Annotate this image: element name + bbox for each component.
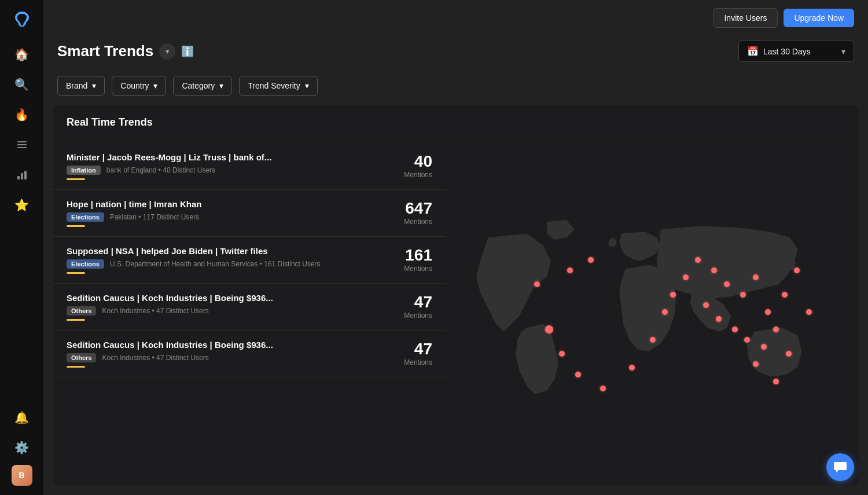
map-dot: [600, 386, 606, 391]
trend-title: Supposed | NSA | helped Joe Biden | Twit…: [67, 246, 377, 256]
upgrade-now-button[interactable]: Upgrade Now: [784, 9, 854, 27]
main-content: Invite Users Upgrade Now Smart Trends ▾ …: [43, 0, 868, 495]
map-dot: [782, 292, 788, 298]
map-dot: [588, 257, 594, 263]
title-dropdown-button[interactable]: ▾: [159, 43, 175, 60]
sidebar-item-favorites[interactable]: ⭐: [9, 192, 35, 218]
map-dot: [740, 292, 746, 298]
svg-rect-5: [21, 173, 23, 179]
trend-tag: Others: [67, 353, 96, 362]
mention-label: Mentions: [386, 218, 432, 226]
sidebar: 🏠 🔍 🔥 ⭐ 🔔 ⚙️ B: [0, 0, 43, 495]
trend-tag: Elections: [67, 212, 104, 222]
chat-button[interactable]: [826, 453, 854, 481]
trend-tag: Others: [67, 306, 96, 316]
map-dot: [773, 379, 779, 384]
content-panel: Real Time Trends Minister | Jacob Rees-M…: [53, 105, 859, 486]
sidebar-item-search[interactable]: 🔍: [9, 72, 35, 97]
trend-meta: Others Koch Industries • 47 Distinct Use…: [67, 353, 377, 362]
mention-count: 40: [386, 152, 432, 171]
trend-title: Minister | Jacob Rees-Mogg | Liz Truss |…: [67, 152, 377, 162]
category-filter-label: Category: [182, 81, 215, 90]
avatar[interactable]: B: [12, 465, 32, 486]
trend-sub: Koch Industries • 47 Distinct Users: [102, 354, 208, 362]
brand-filter-label: Brand: [66, 81, 87, 90]
sidebar-item-chart[interactable]: [9, 162, 35, 188]
svg-rect-6: [24, 171, 27, 179]
page-header: Smart Trends ▾ ℹ️ 📅 Last 30 Days ▾: [43, 36, 868, 71]
trend-severity-dropdown-icon: ▾: [305, 81, 309, 90]
trends-map-container: Minister | Jacob Rees-Mogg | Liz Truss |…: [53, 138, 859, 486]
svg-rect-4: [17, 176, 20, 179]
trend-severity-bar: [67, 319, 85, 321]
mention-count: 161: [386, 246, 432, 265]
map-dot: [786, 351, 792, 357]
map-dot: [629, 365, 635, 371]
trend-severity-bar: [67, 272, 85, 274]
trend-meta: Elections U.S. Department of Health and …: [67, 259, 377, 269]
map-dot: [695, 257, 701, 263]
trend-item[interactable]: Supposed | NSA | helped Joe Biden | Twit…: [53, 237, 446, 284]
map-dot: [534, 281, 540, 287]
category-filter-button[interactable]: Category ▾: [173, 76, 232, 96]
map-dot: [761, 344, 767, 350]
mention-count: 47: [386, 340, 432, 358]
svg-rect-3: [17, 147, 27, 148]
logo[interactable]: [13, 9, 31, 30]
invite-users-button[interactable]: Invite Users: [713, 8, 778, 28]
sidebar-item-trends[interactable]: 🔥: [9, 102, 35, 127]
trend-item[interactable]: Sedition Caucus | Koch Industries | Boei…: [53, 284, 446, 331]
title-area: Smart Trends ▾ ℹ️: [57, 42, 194, 60]
trend-sub: bank of England • 40 Distinct Users: [106, 166, 215, 174]
trend-title: Sedition Caucus | Koch Industries | Boei…: [67, 293, 377, 303]
trend-severity-bar: [67, 366, 85, 368]
trend-item[interactable]: Hope | nation | time | Imran Khan Electi…: [53, 190, 446, 237]
trend-meta: Inflation bank of England • 40 Distinct …: [67, 166, 377, 175]
trend-severity-filter-label: Trend Severity: [248, 81, 300, 90]
trend-sub: Pakistan • 117 Distinct Users: [110, 213, 199, 221]
date-range-label: Last 30 Days: [763, 47, 811, 56]
country-filter-button[interactable]: Country ▾: [112, 76, 166, 96]
trends-list: Minister | Jacob Rees-Mogg | Liz Truss |…: [53, 138, 446, 486]
map-dot: [545, 325, 553, 333]
trend-severity-filter-button[interactable]: Trend Severity ▾: [239, 76, 318, 96]
map-dot: [773, 327, 779, 332]
brand-dropdown-icon: ▾: [92, 81, 96, 90]
trend-item[interactable]: Minister | Jacob Rees-Mogg | Liz Truss |…: [53, 143, 446, 190]
sidebar-item-list[interactable]: [9, 132, 35, 157]
info-button[interactable]: ℹ️: [181, 45, 194, 58]
trend-title: Sedition Caucus | Koch Industries | Boei…: [67, 340, 377, 350]
map-dot: [683, 274, 689, 280]
chevron-down-icon: ▾: [841, 47, 845, 56]
trend-sub: Koch Industries • 47 Distinct Users: [102, 307, 208, 315]
map-dot: [650, 337, 656, 343]
mention-count: 47: [386, 293, 432, 311]
map-dot: [744, 337, 750, 343]
trend-meta: Others Koch Industries • 47 Distinct Use…: [67, 306, 377, 316]
section-title: Real Time Trends: [53, 105, 859, 138]
date-range-picker[interactable]: 📅 Last 30 Days ▾: [738, 41, 854, 62]
trend-meta: Elections Pakistan • 117 Distinct Users: [67, 212, 377, 222]
map-dot: [670, 292, 676, 298]
map-dot: [724, 281, 730, 287]
mention-label: Mentions: [386, 265, 432, 273]
map-dot: [806, 309, 812, 315]
map-dot: [567, 267, 573, 273]
sidebar-item-notifications[interactable]: 🔔: [9, 405, 35, 430]
map-dot: [716, 316, 722, 322]
map-dot: [662, 309, 668, 315]
map-dot: [753, 274, 759, 280]
map-dot: [753, 361, 759, 367]
sidebar-item-home[interactable]: 🏠: [9, 42, 35, 67]
sidebar-item-settings[interactable]: ⚙️: [9, 435, 35, 460]
map-dot: [765, 309, 771, 315]
mention-count: 647: [386, 199, 432, 218]
world-map: [446, 138, 859, 486]
brand-filter-button[interactable]: Brand ▾: [57, 76, 105, 96]
svg-rect-1: [17, 141, 27, 142]
mention-label: Mentions: [386, 171, 432, 179]
trend-tag: Inflation: [67, 166, 101, 175]
mention-label: Mentions: [386, 358, 432, 366]
world-map-svg: [457, 214, 848, 410]
trend-item[interactable]: Sedition Caucus | Koch Industries | Boei…: [53, 331, 446, 377]
